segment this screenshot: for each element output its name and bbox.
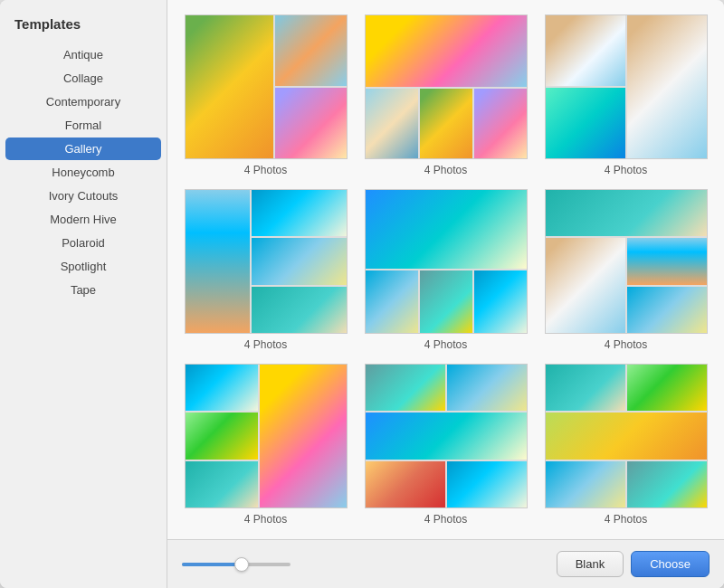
template-card-6[interactable]: 4 Photos: [542, 189, 710, 351]
photo-cell: [260, 365, 348, 507]
photo-cell: [366, 270, 418, 334]
template-card-9[interactable]: 4 Photos: [542, 364, 710, 526]
photo-cell: [546, 190, 707, 236]
photo-cell: [366, 89, 418, 159]
template-label-2: 4 Photos: [424, 164, 467, 176]
sidebar-item-tape[interactable]: Tape: [5, 279, 161, 301]
photo-cell: [627, 287, 707, 333]
blank-button[interactable]: Blank: [557, 551, 624, 577]
sidebar-item-gallery[interactable]: Gallery: [5, 138, 161, 160]
photo-cell: [546, 461, 625, 507]
template-label-3: 4 Photos: [605, 164, 647, 176]
photo-cell: [252, 190, 348, 236]
template-preview-6: [545, 189, 708, 334]
photo-cell: [186, 413, 258, 459]
sidebar-item-ivory-cutouts[interactable]: Ivory Cutouts: [5, 185, 161, 207]
sidebar-item-contemporary[interactable]: Contemporary: [5, 90, 161, 113]
photo-cell: [447, 461, 527, 507]
photo-cell: [546, 365, 625, 411]
template-preview-2: [365, 14, 528, 159]
window-content: Templates Antique Collage Contemporary F…: [0, 0, 724, 588]
photo-cell: [546, 413, 707, 459]
template-card-3[interactable]: 4 Photos: [542, 14, 710, 176]
photo-cell: [474, 89, 527, 159]
photo-cell: [252, 287, 348, 333]
main-content: 4 Photos 4 Photos: [167, 0, 724, 588]
photo-cell: [627, 365, 707, 411]
photo-cell: [366, 15, 527, 87]
photo-cell: [366, 413, 527, 459]
sidebar-item-collage[interactable]: Collage: [5, 67, 161, 90]
photo-cell: [627, 238, 707, 284]
template-label-5: 4 Photos: [424, 338, 467, 351]
sidebar-item-honeycomb[interactable]: Honeycomb: [5, 161, 161, 184]
sidebar-item-modern-hive[interactable]: Modern Hive: [5, 208, 161, 231]
photo-cell: [420, 89, 472, 159]
template-preview-7: [185, 364, 348, 508]
template-label-6: 4 Photos: [605, 338, 647, 351]
template-card-1[interactable]: 4 Photos: [182, 14, 349, 176]
template-label-7: 4 Photos: [244, 513, 287, 526]
main-window: Templates Antique Collage Contemporary F…: [0, 0, 724, 588]
template-preview-1: [185, 14, 348, 159]
photo-cell: [366, 190, 527, 269]
photo-cell: [627, 461, 707, 507]
photo-cell: [275, 15, 347, 86]
choose-button[interactable]: Choose: [631, 551, 710, 577]
photo-cell: [546, 88, 625, 158]
sidebar: Templates Antique Collage Contemporary F…: [0, 0, 167, 588]
template-preview-9: [545, 364, 708, 508]
photo-cell: [627, 15, 707, 158]
template-label-8: 4 Photos: [424, 513, 467, 526]
photo-cell: [186, 15, 274, 158]
template-card-7[interactable]: 4 Photos: [182, 364, 349, 526]
slider-fill: [182, 563, 242, 566]
photo-cell: [186, 365, 258, 411]
photo-cell: [447, 365, 527, 411]
photo-cell: [186, 190, 250, 333]
sidebar-item-antique[interactable]: Antique: [5, 43, 161, 66]
photo-cell: [546, 15, 625, 86]
template-card-5[interactable]: 4 Photos: [362, 189, 529, 351]
template-card-8[interactable]: 4 Photos: [362, 364, 529, 526]
template-preview-8: [365, 364, 528, 508]
sidebar-item-polaroid[interactable]: Polaroid: [5, 232, 161, 254]
template-preview-3: [545, 14, 708, 159]
sidebar-title: Templates: [0, 9, 167, 43]
templates-grid: 4 Photos 4 Photos: [167, 0, 724, 539]
button-group: Blank Choose: [557, 551, 710, 577]
template-card-2[interactable]: 4 Photos: [362, 14, 529, 176]
sidebar-item-formal[interactable]: Formal: [5, 114, 161, 137]
template-label-4: 4 Photos: [244, 338, 287, 351]
photo-cell: [546, 238, 625, 333]
template-label-9: 4 Photos: [605, 513, 647, 526]
template-preview-4: [185, 189, 348, 334]
photo-cell: [420, 270, 472, 334]
template-label-1: 4 Photos: [244, 164, 287, 176]
bottom-bar: Blank Choose: [167, 539, 724, 588]
slider-thumb[interactable]: [234, 557, 249, 572]
template-preview-5: [365, 189, 528, 334]
template-card-4[interactable]: 4 Photos: [182, 189, 349, 351]
photo-cell: [474, 270, 527, 334]
photo-cell: [366, 461, 445, 507]
photo-cell: [275, 88, 347, 158]
slider-area: [182, 563, 291, 566]
slider-track[interactable]: [182, 563, 291, 566]
sidebar-item-spotlight[interactable]: Spotlight: [5, 255, 161, 278]
photo-cell: [252, 238, 348, 284]
photo-cell: [366, 365, 445, 411]
photo-cell: [186, 461, 258, 507]
